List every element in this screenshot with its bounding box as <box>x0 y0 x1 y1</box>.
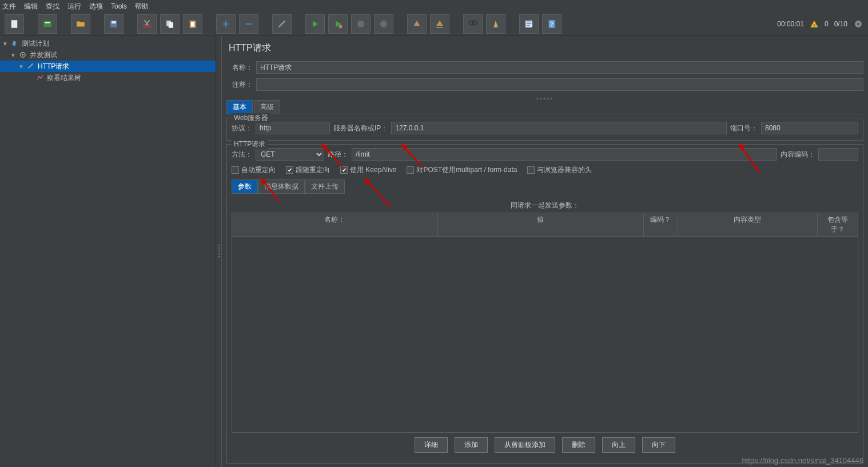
svg-point-22 <box>857 22 860 25</box>
svg-rect-8 <box>169 22 173 28</box>
detail-button[interactable]: 详细 <box>415 437 448 453</box>
server-label: 服务器名称或IP： <box>333 123 388 133</box>
save-icon[interactable] <box>104 14 124 34</box>
web-server-fieldset: Web服务器 协议： 服务器名称或IP： 端口号： <box>226 118 863 141</box>
path-label: 路径： <box>328 150 348 159</box>
panel-title: HTTP请求 <box>229 42 863 54</box>
port-input[interactable] <box>761 122 858 134</box>
tree-http-request[interactable]: ▼ HTTP请求 <box>0 61 216 72</box>
paste-icon[interactable] <box>183 14 202 34</box>
svg-point-13 <box>357 21 364 27</box>
auto-redirect-checkbox[interactable] <box>232 166 239 174</box>
plus-icon[interactable] <box>216 14 236 34</box>
encoding-input[interactable] <box>818 148 858 161</box>
toolbar: ? 00:00:01 ! 0 0/10 <box>0 13 868 35</box>
warning-icon: ! <box>810 19 819 29</box>
clear-icon[interactable] <box>407 14 427 34</box>
shutdown-icon[interactable] <box>374 14 393 34</box>
menubar: 文件 编辑 查找 运行 选项 Tools 帮助 <box>0 0 868 13</box>
elapsed-time: 00:00:01 <box>777 20 804 28</box>
keepalive-checkbox[interactable]: ✔ <box>340 166 348 174</box>
tree-panel: ▼ 测试计划 ▼ 并发测试 ▼ HTTP请求 ▼ 察看结果树 <box>0 35 216 467</box>
svg-point-24 <box>22 54 23 55</box>
delete-button[interactable]: 删除 <box>562 437 595 453</box>
http-request-fieldset: HTTP请求 方法： GET 路径： 内容编码： 自动重定向 ✔跟随重定向 ✔使… <box>226 144 863 464</box>
comment-label: 注释： <box>226 80 253 90</box>
menu-tools[interactable]: Tools <box>111 2 127 10</box>
subtab-file[interactable]: 文件上传 <box>305 179 345 194</box>
gear-icon[interactable] <box>853 19 863 29</box>
divider: ▴▴▴▴▴ <box>226 95 863 100</box>
menu-file[interactable]: 文件 <box>2 2 16 11</box>
name-label: 名称： <box>226 63 253 73</box>
menu-run[interactable]: 运行 <box>67 2 81 11</box>
minus-icon[interactable] <box>239 14 258 34</box>
play-icon[interactable] <box>305 14 325 34</box>
svg-point-14 <box>380 21 387 27</box>
path-input[interactable] <box>352 148 777 161</box>
protocol-input[interactable] <box>256 122 330 134</box>
tree-thread-group[interactable]: ▼ 并发测试 <box>0 49 216 61</box>
function-icon[interactable] <box>519 14 539 34</box>
svg-rect-10 <box>191 22 194 26</box>
port-label: 端口号： <box>730 123 758 133</box>
search-icon[interactable] <box>463 14 483 34</box>
param-heading: 同请求一起发送参数： <box>232 198 858 213</box>
clearall-icon[interactable] <box>430 14 449 34</box>
open-icon[interactable] <box>71 14 90 34</box>
menu-options[interactable]: 选项 <box>89 2 103 11</box>
reset-search-icon[interactable] <box>486 14 505 34</box>
menu-edit[interactable]: 编辑 <box>24 2 38 11</box>
splitter[interactable]: ••••• <box>216 35 222 467</box>
tree-root[interactable]: ▼ 测试计划 <box>0 38 216 49</box>
svg-point-12 <box>339 25 343 28</box>
svg-text:!: ! <box>814 22 815 27</box>
svg-rect-11 <box>246 23 252 25</box>
play-noTimer-icon[interactable] <box>328 14 348 34</box>
thread-count: 0/10 <box>834 20 847 28</box>
multipart-checkbox[interactable] <box>407 166 414 174</box>
svg-point-16 <box>472 21 477 25</box>
menu-find[interactable]: 查找 <box>46 2 59 11</box>
menu-help[interactable]: 帮助 <box>135 2 149 11</box>
svg-rect-1 <box>43 21 51 27</box>
templates-icon[interactable] <box>38 14 57 34</box>
svg-rect-0 <box>11 20 18 28</box>
browser-headers-checkbox[interactable] <box>527 166 535 174</box>
wand-icon[interactable] <box>272 14 292 34</box>
new-icon[interactable] <box>5 14 24 34</box>
up-button[interactable]: 向上 <box>602 437 635 453</box>
method-label: 方法： <box>232 150 252 159</box>
svg-text:?: ? <box>550 21 553 27</box>
help-icon[interactable]: ? <box>542 14 562 34</box>
stop-icon[interactable] <box>351 14 371 34</box>
follow-redirect-checkbox[interactable]: ✔ <box>286 166 293 174</box>
down-button[interactable]: 向下 <box>642 437 675 453</box>
error-count: 0 <box>825 20 829 28</box>
add-clipboard-button[interactable]: 从剪贴板添加 <box>495 437 555 453</box>
subtab-params[interactable]: 参数 <box>232 179 258 194</box>
tab-basic[interactable]: 基本 <box>226 100 253 114</box>
cut-icon[interactable] <box>137 14 157 34</box>
method-select[interactable]: GET <box>256 148 324 161</box>
comment-input[interactable] <box>256 78 863 91</box>
param-table-body[interactable] <box>232 237 858 433</box>
subtab-body[interactable]: 消息体数据 <box>258 179 305 194</box>
encoding-label: 内容编码： <box>781 150 815 159</box>
svg-rect-4 <box>112 21 116 23</box>
watermark: https://blog.csdn.net/sinat_34104446 <box>742 456 864 465</box>
tree-results-tree[interactable]: ▼ 察看结果树 <box>0 72 216 83</box>
svg-rect-2 <box>45 22 50 23</box>
tab-advanced[interactable]: 高级 <box>254 100 280 114</box>
name-input[interactable] <box>256 61 863 74</box>
add-button[interactable]: 添加 <box>455 437 488 453</box>
protocol-label: 协议： <box>232 123 252 133</box>
param-columns: 名称： 值 编码？ 内容类型 包含等于？ <box>232 213 858 237</box>
copy-icon[interactable] <box>160 14 180 34</box>
server-input[interactable] <box>391 122 727 134</box>
